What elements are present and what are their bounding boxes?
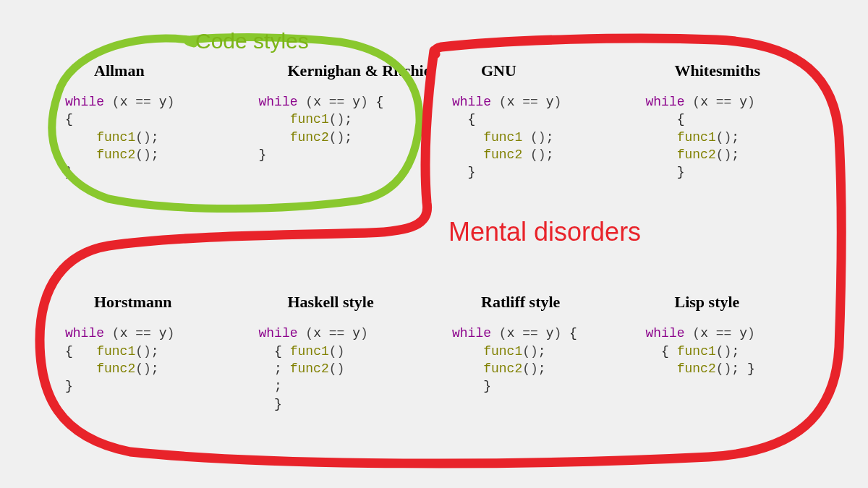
style-title: Ratliff style [452,293,631,312]
style-ratliff: Ratliff style while (x == y) { func1(); … [452,293,631,412]
code-style-grid: Allman while (x == y) { func1(); func2()… [65,61,825,413]
style-code: while (x == y) { func1(); func2(); } [452,325,631,395]
style-gnu: GNU while (x == y) { func1 (); func2 ();… [452,61,631,181]
style-title: Whitesmiths [646,61,825,80]
style-title: Horstmann [65,293,244,312]
style-code: while (x == y) { func1(); func2(); } [646,93,825,181]
style-code: while (x == y) { func1 (); func2 (); } [452,93,631,181]
style-code: while (x == y) { func1(); func2(); } [65,325,244,395]
style-code: while (x == y) { func1(); func2(); } [646,325,825,377]
style-code: while (x == y) { func1(); func2(); } [65,93,244,181]
style-horstmann: Horstmann while (x == y) { func1(); func… [65,293,244,412]
style-title: Haskell style [259,293,438,312]
style-code: while (x == y) { func1() ; func2() ; } [259,325,438,412]
style-title: Allman [65,61,244,80]
style-title: Kernighan & Ritchie [259,61,438,80]
style-code: while (x == y) { func1(); func2(); } [259,93,438,163]
label-mental-disorders: Mental disorders [448,217,641,247]
style-kr: Kernighan & Ritchie while (x == y) { fun… [259,61,438,181]
style-lisp: Lisp style while (x == y) { func1(); fun… [646,293,825,412]
style-allman: Allman while (x == y) { func1(); func2()… [65,61,244,181]
label-code-styles: Code styles [195,29,309,53]
style-title: GNU [452,61,631,80]
style-whitesmiths: Whitesmiths while (x == y) { func1(); fu… [646,61,825,181]
style-title: Lisp style [646,293,825,312]
style-haskell: Haskell style while (x == y) { func1() ;… [259,293,438,412]
